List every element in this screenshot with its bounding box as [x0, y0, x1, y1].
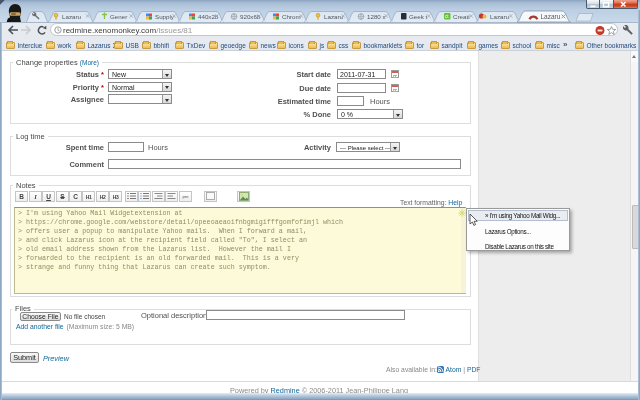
svg-text:Lazaru: Lazaru: [541, 13, 561, 20]
svg-text:Lazaru: Lazaru: [324, 13, 343, 20]
svg-text:Supply: Supply: [155, 13, 175, 20]
svg-text:Geek t: Geek t: [409, 13, 428, 20]
svg-text:Chrom: Chrom: [282, 13, 301, 20]
svg-text:1280 x: 1280 x: [367, 13, 386, 20]
svg-text:Creati: Creati: [453, 13, 470, 20]
svg-text:Lazaru: Lazaru: [62, 13, 81, 20]
svg-text:Gener: Gener: [110, 13, 127, 20]
svg-text:440x28: 440x28: [198, 13, 219, 20]
svg-text:920x68: 920x68: [240, 13, 261, 20]
svg-text:Lazaru: Lazaru: [490, 13, 509, 20]
